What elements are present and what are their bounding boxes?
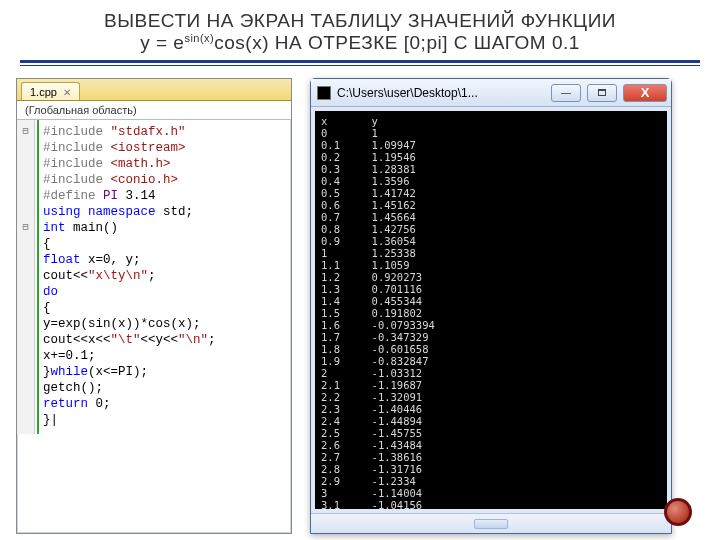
page-number-badge bbox=[664, 498, 692, 526]
console-text: x y 0 1 0.1 1.09947 0.2 1.19546 0.3 1.28… bbox=[321, 115, 663, 509]
close-button[interactable]: X bbox=[623, 84, 667, 102]
code-area: ⊟ ⊟ #include "stdafx.h"#include <iostrea… bbox=[17, 120, 291, 434]
app-icon bbox=[317, 86, 331, 100]
divider-thick bbox=[20, 60, 700, 63]
code-editor-window: 1.cpp ✕ (Глобальная область) ⊟ ⊟ #includ… bbox=[16, 78, 292, 534]
tab-label: 1.cpp bbox=[30, 86, 57, 98]
code-body[interactable]: #include "stdafx.h"#include <iostream>#i… bbox=[37, 120, 222, 434]
close-icon[interactable]: ✕ bbox=[63, 87, 71, 98]
tab-strip: 1.cpp ✕ bbox=[17, 79, 291, 101]
console-window: C:\Users\user\Desktop\1... ― X x y 0 1 0… bbox=[310, 78, 672, 534]
scope-dropdown[interactable]: (Глобальная область) bbox=[17, 101, 291, 120]
outline-gutter: ⊟ ⊟ bbox=[17, 120, 35, 434]
maximize-button[interactable] bbox=[587, 84, 617, 102]
minimize-button[interactable]: ― bbox=[551, 84, 581, 102]
slide-title: ВЫВЕСТИ НА ЭКРАН ТАБЛИЦУ ЗНАЧЕНИЙ ФУНКЦИ… bbox=[0, 0, 720, 58]
tab-file[interactable]: 1.cpp ✕ bbox=[21, 82, 80, 100]
console-output: x y 0 1 0.1 1.09947 0.2 1.19546 0.3 1.28… bbox=[315, 111, 667, 509]
titlebar: C:\Users\user\Desktop\1... ― X bbox=[311, 79, 671, 107]
scroll-thumb[interactable] bbox=[474, 519, 508, 529]
status-strip bbox=[311, 513, 671, 533]
window-title: C:\Users\user\Desktop\1... bbox=[337, 86, 545, 100]
